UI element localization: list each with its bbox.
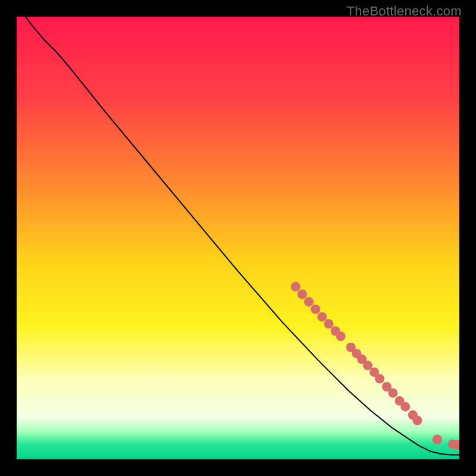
marker-dot <box>375 374 384 384</box>
chart-svg <box>17 17 459 459</box>
chart-plot-area <box>17 17 459 459</box>
marker-dot <box>291 282 300 292</box>
marker-dot <box>388 388 397 397</box>
marker-dot <box>433 435 442 444</box>
marker-dot <box>317 312 327 321</box>
marker-dot <box>311 305 320 314</box>
marker-dot <box>324 319 334 328</box>
marker-dot <box>298 289 307 299</box>
marker-dot <box>336 331 346 341</box>
marker-dot <box>400 402 410 411</box>
marker-dot <box>304 297 314 306</box>
marker-dot <box>412 416 422 425</box>
chart-stage: TheBottleneck.com <box>0 0 476 476</box>
